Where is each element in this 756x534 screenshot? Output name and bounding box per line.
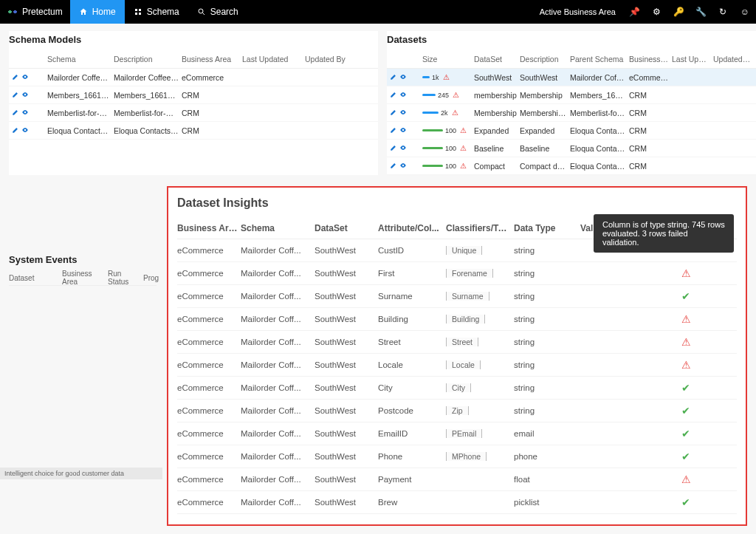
toolbar-icons: 📌 ⚙ 🔑 🔧 ↻ ☺ bbox=[623, 0, 756, 24]
classifier-tag[interactable]: PEmail bbox=[446, 429, 482, 438]
event-row[interactable] bbox=[9, 392, 157, 410]
pin-icon[interactable]: 📌 bbox=[623, 0, 645, 24]
event-row[interactable] bbox=[9, 304, 157, 321]
warn-icon: ⚠ bbox=[681, 336, 691, 348]
dataset-row[interactable]: 1k ⚠ SouthWest SouthWest Mailorder Coffe… bbox=[387, 69, 756, 86]
schema-row[interactable]: Mailorder Coffee Club Mailorder Coffee C… bbox=[9, 69, 378, 86]
classifier-tag[interactable]: Zip bbox=[446, 406, 469, 415]
schema-icon bbox=[134, 7, 142, 16]
warn-icon: ⚠ bbox=[460, 162, 467, 170]
event-row[interactable] bbox=[9, 374, 157, 392]
warn-icon: ⚠ bbox=[681, 359, 691, 371]
insight-row[interactable]: eCommerce Mailorder Coff... SouthWest St… bbox=[177, 331, 737, 354]
edit-icon[interactable] bbox=[12, 73, 19, 82]
check-icon: ✔ bbox=[681, 382, 690, 394]
insight-row[interactable]: eCommerce Mailorder Coff... SouthWest Ci… bbox=[177, 377, 737, 400]
key-icon[interactable]: 🔑 bbox=[667, 0, 690, 24]
nav-search[interactable]: Search bbox=[188, 0, 247, 24]
dataset-row[interactable]: 100 ⚠ Baseline Baseline Eloqua Contacts … bbox=[387, 140, 756, 157]
user-icon[interactable]: ☺ bbox=[734, 0, 756, 24]
view-icon[interactable] bbox=[21, 91, 29, 100]
event-row[interactable] bbox=[9, 286, 157, 304]
dataset-row[interactable]: 2k ⚠ Membership Membership load Memberli… bbox=[387, 104, 756, 122]
insight-row[interactable]: eCommerce Mailorder Coff... SouthWest Lo… bbox=[177, 354, 737, 377]
view-icon[interactable] bbox=[399, 73, 407, 82]
dataset-row[interactable]: 100 ⚠ Compact Compact dataset Eloqua Con… bbox=[387, 157, 756, 175]
insight-row[interactable]: eCommerce Mailorder Coff... SouthWest Pa… bbox=[177, 468, 737, 491]
classifier-tag[interactable]: Forename bbox=[446, 269, 493, 278]
warn-icon: ⚠ bbox=[681, 267, 691, 279]
warn-icon: ⚠ bbox=[460, 126, 467, 134]
nav-schema[interactable]: Schema bbox=[125, 0, 188, 24]
schema-models-title: Schema Models bbox=[9, 34, 378, 45]
footer-tagline: Intelligent choice for good customer dat… bbox=[0, 468, 162, 479]
classifier-tag[interactable]: MPhone bbox=[446, 452, 487, 461]
view-icon[interactable] bbox=[399, 144, 407, 153]
svg-point-0 bbox=[199, 9, 203, 13]
insight-row[interactable]: eCommerce Mailorder Coff... SouthWest Em… bbox=[177, 422, 737, 445]
schema-row[interactable]: Memberlist-for-Websit... Memberlist-for-… bbox=[9, 104, 378, 122]
search-icon bbox=[197, 7, 206, 16]
edit-icon[interactable] bbox=[390, 109, 397, 117]
brand: Pretectum bbox=[0, 7, 70, 17]
classifier-tag[interactable]: Surname bbox=[446, 292, 489, 301]
edit-icon[interactable] bbox=[390, 144, 397, 153]
classifier-tag[interactable]: Unique bbox=[446, 246, 482, 255]
size-cell: 100 ⚠ bbox=[422, 144, 474, 152]
insight-row[interactable]: eCommerce Mailorder Coff... SouthWest Po… bbox=[177, 400, 737, 422]
check-icon: ✔ bbox=[681, 405, 690, 417]
classifier-tag[interactable]: Street bbox=[446, 338, 478, 346]
dataset-row[interactable]: 245 ⚠ membership Membership Members_1661… bbox=[387, 86, 756, 104]
classifier-tag[interactable]: City bbox=[446, 383, 471, 392]
event-row[interactable] bbox=[9, 410, 157, 428]
view-icon[interactable] bbox=[399, 162, 407, 171]
schema-models-panel: Schema Models Schema Description Busines… bbox=[9, 31, 378, 175]
view-icon[interactable] bbox=[399, 91, 407, 100]
insight-row[interactable]: eCommerce Mailorder Coff... SouthWest Bu… bbox=[177, 308, 737, 331]
event-row[interactable] bbox=[9, 339, 157, 357]
edit-icon[interactable] bbox=[390, 91, 397, 100]
warn-icon: ⚠ bbox=[681, 313, 691, 325]
schema-row[interactable]: Eloqua Contacts Basic_... Eloqua Contact… bbox=[9, 122, 378, 140]
size-cell: 1k ⚠ bbox=[422, 73, 474, 81]
dataset-row[interactable]: 100 ⚠ Expanded Expanded Eloqua Contacts … bbox=[387, 122, 756, 140]
warn-icon: ⚠ bbox=[443, 73, 450, 81]
event-row[interactable] bbox=[9, 357, 157, 374]
view-icon[interactable] bbox=[21, 109, 29, 117]
classifier-tag[interactable]: Locale bbox=[446, 360, 481, 369]
insight-row[interactable]: eCommerce Mailorder Coff... SouthWest Ph… bbox=[177, 445, 737, 468]
classifier-tag[interactable]: Building bbox=[446, 315, 485, 324]
edit-icon[interactable] bbox=[12, 91, 19, 100]
home-icon bbox=[79, 7, 88, 16]
active-business-area[interactable]: Active Business Area bbox=[532, 4, 623, 19]
wrench-icon[interactable]: 🔧 bbox=[690, 0, 712, 24]
view-icon[interactable] bbox=[21, 73, 29, 82]
size-cell: 100 ⚠ bbox=[422, 162, 474, 170]
view-icon[interactable] bbox=[21, 126, 29, 135]
view-icon[interactable] bbox=[399, 109, 407, 117]
top-nav: Pretectum Home Schema Search Active Busi… bbox=[0, 0, 756, 24]
schema-name: Memberlist-for-Websit... bbox=[47, 109, 114, 117]
system-events-title: System Events bbox=[9, 254, 157, 265]
event-row[interactable] bbox=[9, 428, 157, 445]
check-icon: ✔ bbox=[681, 428, 690, 439]
events-header: Dataset Business Area Run Status Prog bbox=[9, 270, 157, 286]
insight-row[interactable]: eCommerce Mailorder Coff... SouthWest Br… bbox=[177, 491, 737, 514]
insight-row[interactable]: eCommerce Mailorder Coff... SouthWest Fi… bbox=[177, 262, 737, 285]
edit-icon[interactable] bbox=[390, 73, 397, 82]
gear-icon[interactable]: ⚙ bbox=[645, 0, 667, 24]
insights-title: Dataset Insights bbox=[177, 196, 737, 210]
edit-icon[interactable] bbox=[12, 126, 19, 135]
system-events-panel: System Events Dataset Business Area Run … bbox=[9, 251, 157, 445]
refresh-icon[interactable]: ↻ bbox=[712, 0, 734, 24]
event-row[interactable] bbox=[9, 321, 157, 339]
insight-row[interactable]: eCommerce Mailorder Coff... SouthWest Su… bbox=[177, 285, 737, 308]
edit-icon[interactable] bbox=[12, 109, 19, 117]
nav-home[interactable]: Home bbox=[70, 0, 125, 24]
schema-name: Eloqua Contacts Basic_... bbox=[47, 126, 114, 135]
schema-row[interactable]: Members_166144630... Members_166144630..… bbox=[9, 86, 378, 104]
size-cell: 2k ⚠ bbox=[422, 109, 474, 117]
view-icon[interactable] bbox=[399, 126, 407, 135]
edit-icon[interactable] bbox=[390, 126, 397, 135]
edit-icon[interactable] bbox=[390, 162, 397, 171]
